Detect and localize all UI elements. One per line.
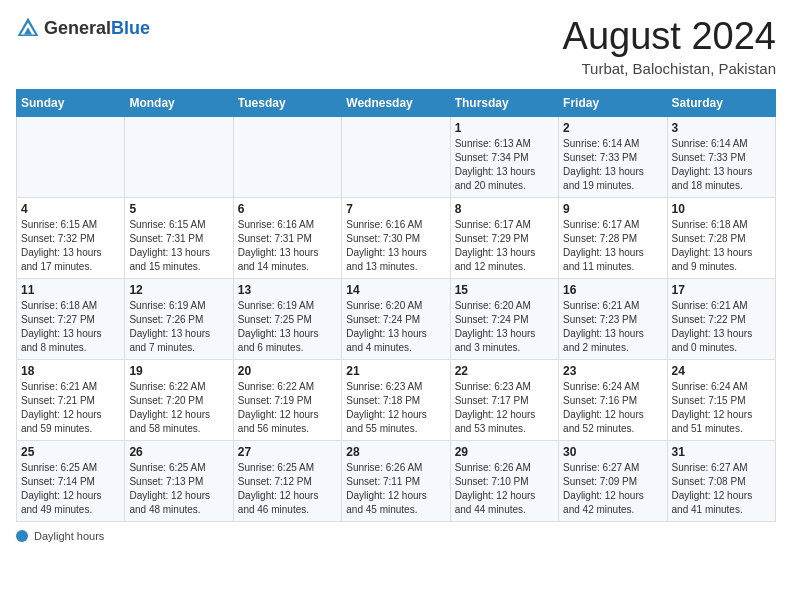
day-number: 6: [238, 202, 337, 216]
calendar-cell: [125, 116, 233, 197]
calendar-cell: 31Sunrise: 6:27 AM Sunset: 7:08 PM Dayli…: [667, 440, 775, 521]
day-info: Sunrise: 6:17 AM Sunset: 7:28 PM Dayligh…: [563, 218, 662, 274]
day-number: 23: [563, 364, 662, 378]
day-info: Sunrise: 6:16 AM Sunset: 7:31 PM Dayligh…: [238, 218, 337, 274]
calendar-cell: 26Sunrise: 6:25 AM Sunset: 7:13 PM Dayli…: [125, 440, 233, 521]
day-header-thursday: Thursday: [450, 89, 558, 116]
day-number: 25: [21, 445, 120, 459]
day-info: Sunrise: 6:27 AM Sunset: 7:08 PM Dayligh…: [672, 461, 771, 517]
day-info: Sunrise: 6:26 AM Sunset: 7:10 PM Dayligh…: [455, 461, 554, 517]
day-number: 2: [563, 121, 662, 135]
calendar-cell: 2Sunrise: 6:14 AM Sunset: 7:33 PM Daylig…: [559, 116, 667, 197]
calendar-cell: 14Sunrise: 6:20 AM Sunset: 7:24 PM Dayli…: [342, 278, 450, 359]
day-info: Sunrise: 6:13 AM Sunset: 7:34 PM Dayligh…: [455, 137, 554, 193]
day-number: 1: [455, 121, 554, 135]
day-info: Sunrise: 6:20 AM Sunset: 7:24 PM Dayligh…: [346, 299, 445, 355]
day-info: Sunrise: 6:23 AM Sunset: 7:17 PM Dayligh…: [455, 380, 554, 436]
day-number: 14: [346, 283, 445, 297]
day-header-monday: Monday: [125, 89, 233, 116]
calendar-cell: 27Sunrise: 6:25 AM Sunset: 7:12 PM Dayli…: [233, 440, 341, 521]
day-info: Sunrise: 6:21 AM Sunset: 7:22 PM Dayligh…: [672, 299, 771, 355]
day-header-sunday: Sunday: [17, 89, 125, 116]
day-number: 3: [672, 121, 771, 135]
day-number: 22: [455, 364, 554, 378]
month-year: August 2024: [563, 16, 776, 58]
day-info: Sunrise: 6:26 AM Sunset: 7:11 PM Dayligh…: [346, 461, 445, 517]
day-number: 13: [238, 283, 337, 297]
calendar-cell: 5Sunrise: 6:15 AM Sunset: 7:31 PM Daylig…: [125, 197, 233, 278]
header: GeneralBlue August 2024 Turbat, Balochis…: [16, 16, 776, 77]
day-info: Sunrise: 6:14 AM Sunset: 7:33 PM Dayligh…: [672, 137, 771, 193]
day-info: Sunrise: 6:24 AM Sunset: 7:15 PM Dayligh…: [672, 380, 771, 436]
day-info: Sunrise: 6:23 AM Sunset: 7:18 PM Dayligh…: [346, 380, 445, 436]
calendar-cell: 9Sunrise: 6:17 AM Sunset: 7:28 PM Daylig…: [559, 197, 667, 278]
calendar-cell: 10Sunrise: 6:18 AM Sunset: 7:28 PM Dayli…: [667, 197, 775, 278]
day-number: 20: [238, 364, 337, 378]
calendar-cell: 24Sunrise: 6:24 AM Sunset: 7:15 PM Dayli…: [667, 359, 775, 440]
calendar-cell: 23Sunrise: 6:24 AM Sunset: 7:16 PM Dayli…: [559, 359, 667, 440]
day-number: 9: [563, 202, 662, 216]
calendar-cell: 4Sunrise: 6:15 AM Sunset: 7:32 PM Daylig…: [17, 197, 125, 278]
day-number: 7: [346, 202, 445, 216]
calendar-cell: [342, 116, 450, 197]
calendar-cell: 22Sunrise: 6:23 AM Sunset: 7:17 PM Dayli…: [450, 359, 558, 440]
calendar-cell: 8Sunrise: 6:17 AM Sunset: 7:29 PM Daylig…: [450, 197, 558, 278]
footer-label: Daylight hours: [34, 530, 104, 542]
day-info: Sunrise: 6:15 AM Sunset: 7:31 PM Dayligh…: [129, 218, 228, 274]
calendar-cell: 25Sunrise: 6:25 AM Sunset: 7:14 PM Dayli…: [17, 440, 125, 521]
calendar-table: SundayMondayTuesdayWednesdayThursdayFrid…: [16, 89, 776, 522]
day-number: 29: [455, 445, 554, 459]
day-number: 18: [21, 364, 120, 378]
week-row-3: 11Sunrise: 6:18 AM Sunset: 7:27 PM Dayli…: [17, 278, 776, 359]
day-number: 27: [238, 445, 337, 459]
day-number: 5: [129, 202, 228, 216]
day-header-saturday: Saturday: [667, 89, 775, 116]
day-number: 24: [672, 364, 771, 378]
logo-icon: [16, 16, 40, 40]
day-number: 4: [21, 202, 120, 216]
week-row-2: 4Sunrise: 6:15 AM Sunset: 7:32 PM Daylig…: [17, 197, 776, 278]
calendar-cell: 3Sunrise: 6:14 AM Sunset: 7:33 PM Daylig…: [667, 116, 775, 197]
day-info: Sunrise: 6:25 AM Sunset: 7:12 PM Dayligh…: [238, 461, 337, 517]
day-info: Sunrise: 6:20 AM Sunset: 7:24 PM Dayligh…: [455, 299, 554, 355]
day-header-friday: Friday: [559, 89, 667, 116]
day-number: 12: [129, 283, 228, 297]
calendar-cell: 28Sunrise: 6:26 AM Sunset: 7:11 PM Dayli…: [342, 440, 450, 521]
day-info: Sunrise: 6:15 AM Sunset: 7:32 PM Dayligh…: [21, 218, 120, 274]
day-number: 8: [455, 202, 554, 216]
week-row-5: 25Sunrise: 6:25 AM Sunset: 7:14 PM Dayli…: [17, 440, 776, 521]
footer-note: Daylight hours: [16, 530, 776, 542]
day-number: 15: [455, 283, 554, 297]
calendar-cell: 29Sunrise: 6:26 AM Sunset: 7:10 PM Dayli…: [450, 440, 558, 521]
day-number: 17: [672, 283, 771, 297]
calendar-cell: 13Sunrise: 6:19 AM Sunset: 7:25 PM Dayli…: [233, 278, 341, 359]
calendar-header-row: SundayMondayTuesdayWednesdayThursdayFrid…: [17, 89, 776, 116]
calendar-cell: 19Sunrise: 6:22 AM Sunset: 7:20 PM Dayli…: [125, 359, 233, 440]
day-number: 16: [563, 283, 662, 297]
day-info: Sunrise: 6:21 AM Sunset: 7:23 PM Dayligh…: [563, 299, 662, 355]
day-info: Sunrise: 6:21 AM Sunset: 7:21 PM Dayligh…: [21, 380, 120, 436]
day-info: Sunrise: 6:18 AM Sunset: 7:27 PM Dayligh…: [21, 299, 120, 355]
logo: GeneralBlue: [16, 16, 150, 40]
day-info: Sunrise: 6:19 AM Sunset: 7:26 PM Dayligh…: [129, 299, 228, 355]
day-header-wednesday: Wednesday: [342, 89, 450, 116]
day-info: Sunrise: 6:25 AM Sunset: 7:14 PM Dayligh…: [21, 461, 120, 517]
day-info: Sunrise: 6:22 AM Sunset: 7:19 PM Dayligh…: [238, 380, 337, 436]
day-number: 19: [129, 364, 228, 378]
calendar-cell: 30Sunrise: 6:27 AM Sunset: 7:09 PM Dayli…: [559, 440, 667, 521]
day-info: Sunrise: 6:17 AM Sunset: 7:29 PM Dayligh…: [455, 218, 554, 274]
day-header-tuesday: Tuesday: [233, 89, 341, 116]
location: Turbat, Balochistan, Pakistan: [563, 60, 776, 77]
calendar-cell: 17Sunrise: 6:21 AM Sunset: 7:22 PM Dayli…: [667, 278, 775, 359]
day-number: 31: [672, 445, 771, 459]
week-row-4: 18Sunrise: 6:21 AM Sunset: 7:21 PM Dayli…: [17, 359, 776, 440]
day-number: 10: [672, 202, 771, 216]
day-info: Sunrise: 6:27 AM Sunset: 7:09 PM Dayligh…: [563, 461, 662, 517]
day-info: Sunrise: 6:22 AM Sunset: 7:20 PM Dayligh…: [129, 380, 228, 436]
day-number: 21: [346, 364, 445, 378]
title-area: August 2024 Turbat, Balochistan, Pakista…: [563, 16, 776, 77]
footer-dot: [16, 530, 28, 542]
calendar-cell: [17, 116, 125, 197]
day-info: Sunrise: 6:14 AM Sunset: 7:33 PM Dayligh…: [563, 137, 662, 193]
day-info: Sunrise: 6:25 AM Sunset: 7:13 PM Dayligh…: [129, 461, 228, 517]
